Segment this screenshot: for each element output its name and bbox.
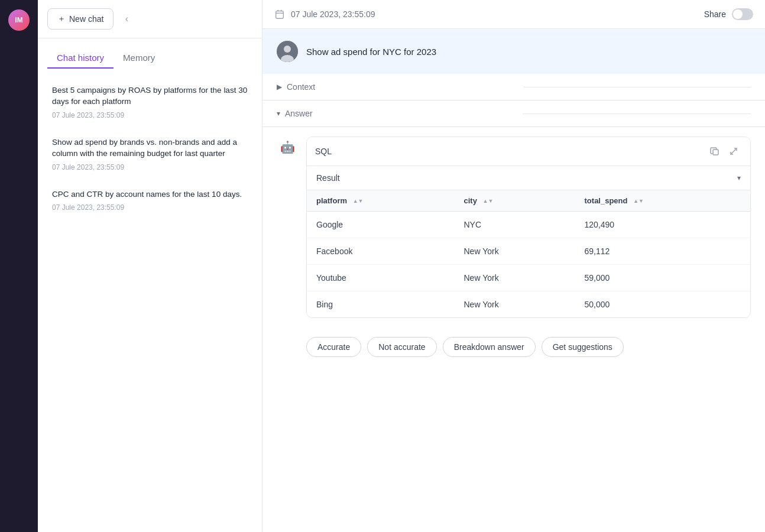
context-section-row[interactable]: ▶ Context <box>262 74 765 100</box>
app-logo: IM <box>8 9 30 31</box>
main-header: 07 Jule 2023, 23:55:09 Share <box>262 0 765 29</box>
table-row: BingNew York50,000 <box>307 291 750 318</box>
question-bar: Show ad spend for NYC for 2023 <box>262 29 765 74</box>
chat-item[interactable]: CPC and CTR by account names for the las… <box>43 181 257 220</box>
user-avatar-image <box>277 41 298 62</box>
main-content: Show ad spend for NYC for 2023 ▶ Context… <box>262 29 765 532</box>
tab-chat-history[interactable]: Chat history <box>47 48 114 69</box>
back-arrow-button[interactable]: ‹ <box>118 11 135 27</box>
table-row: FacebookNew York69,112 <box>307 238 750 265</box>
accurate-button[interactable]: Accurate <box>306 337 361 357</box>
sql-header: SQL <box>307 137 750 166</box>
expand-icon <box>729 147 738 156</box>
new-chat-button[interactable]: ＋ New chat <box>47 8 114 30</box>
share-toggle[interactable] <box>732 8 753 20</box>
result-chevron-icon: ▾ <box>737 174 741 182</box>
cell-total_spend: 50,000 <box>575 291 750 318</box>
panel-tabs: Chat history Memory <box>38 38 262 69</box>
plus-icon: ＋ <box>57 14 66 24</box>
answer-card: SQL <box>306 137 751 318</box>
table-row: YoutubeNew York59,000 <box>307 265 750 291</box>
breakdown-answer-button[interactable]: Breakdown answer <box>443 337 536 357</box>
answer-chevron-icon: ▾ <box>277 109 280 118</box>
cell-platform: Google <box>307 212 454 238</box>
cell-total_spend: 59,000 <box>575 265 750 291</box>
get-suggestions-button[interactable]: Get suggestions <box>542 337 624 357</box>
panel-header: ＋ New chat ‹ <box>38 0 262 38</box>
cell-platform: Youtube <box>307 265 454 291</box>
sort-icon-city: ▲▼ <box>483 199 494 204</box>
sidebar: IM <box>0 0 38 532</box>
answer-label: Answer <box>285 109 513 118</box>
answer-divider <box>523 113 751 114</box>
context-chevron-icon: ▶ <box>277 83 282 91</box>
expand-sql-button[interactable] <box>725 143 742 160</box>
sort-icon-platform: ▲▼ <box>353 199 364 204</box>
svg-rect-0 <box>276 11 284 19</box>
answer-inner: 🤖 SQL <box>277 137 751 318</box>
side-panel: ＋ New chat ‹ Chat history Memory Best 5 … <box>38 0 262 532</box>
not-accurate-button[interactable]: Not accurate <box>367 337 436 357</box>
result-label: Result <box>316 173 340 183</box>
calendar-icon <box>274 9 285 20</box>
sort-icon-total-spend: ▲▼ <box>633 199 644 204</box>
chat-item[interactable]: Show ad spend by brands vs. non-brands a… <box>43 129 257 180</box>
question-text: Show ad spend for NYC for 2023 <box>306 47 436 57</box>
cell-city: NYC <box>454 212 575 238</box>
svg-rect-7 <box>713 150 718 155</box>
result-table: platform ▲▼ city ▲▼ total_spend ▲▼ <box>307 190 750 317</box>
chat-item[interactable]: Best 5 campaigns by ROAS by platforms fo… <box>43 77 257 128</box>
cell-total_spend: 69,112 <box>575 238 750 265</box>
header-datetime: 07 Jule 2023, 23:55:09 <box>291 9 375 19</box>
header-date-area: 07 Jule 2023, 23:55:09 <box>274 9 375 20</box>
answer-content: 🤖 SQL <box>262 127 765 327</box>
sql-label: SQL <box>315 147 332 156</box>
copy-icon <box>710 147 719 156</box>
copy-sql-button[interactable] <box>706 143 723 160</box>
answer-section-row[interactable]: ▾ Answer <box>262 100 765 127</box>
chat-list: Best 5 campaigns by ROAS by platforms fo… <box>38 69 262 532</box>
cell-platform: Facebook <box>307 238 454 265</box>
share-label: Share <box>704 9 726 19</box>
cell-city: New York <box>454 291 575 318</box>
result-header[interactable]: Result ▾ <box>307 166 750 190</box>
cell-platform: Bing <box>307 291 454 318</box>
bot-avatar: 🤖 <box>277 137 298 158</box>
share-area: Share <box>704 8 753 20</box>
table-row: GoogleNYC120,490 <box>307 212 750 238</box>
sql-actions <box>706 143 742 160</box>
tab-memory[interactable]: Memory <box>114 48 164 69</box>
svg-point-5 <box>284 46 291 53</box>
user-avatar <box>277 41 298 62</box>
cell-total_spend: 120,490 <box>575 212 750 238</box>
context-label: Context <box>287 82 514 92</box>
main-area: 07 Jule 2023, 23:55:09 Share Show ad spe… <box>262 0 765 532</box>
action-buttons-area: AccurateNot accurateBreakdown answerGet … <box>262 327 765 371</box>
column-header-platform[interactable]: platform ▲▼ <box>307 190 454 212</box>
column-header-city[interactable]: city ▲▼ <box>454 190 575 212</box>
cell-city: New York <box>454 265 575 291</box>
cell-city: New York <box>454 238 575 265</box>
context-divider <box>524 87 751 87</box>
column-header-total-spend[interactable]: total_spend ▲▼ <box>575 190 750 212</box>
